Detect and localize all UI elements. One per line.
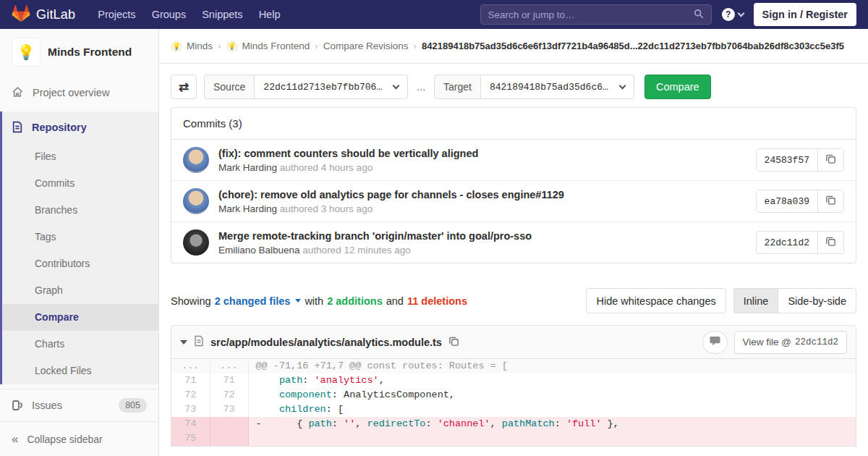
compare-button[interactable]: Compare: [644, 75, 711, 99]
commit-title-link[interactable]: (chore): remove old analytics page for c…: [218, 189, 564, 200]
sidebar-item-compare[interactable]: Compare: [2, 304, 158, 331]
nav-groups[interactable]: Groups: [144, 9, 195, 20]
commit-row: (fix): comment counters should be vertic…: [171, 140, 856, 181]
help-dropdown[interactable]: ?: [722, 8, 744, 21]
toggle-comments-button[interactable]: [702, 331, 728, 354]
old-line-number[interactable]: 75: [171, 431, 210, 446]
new-line-number[interactable]: [210, 417, 248, 431]
nav-help[interactable]: Help: [251, 9, 289, 20]
commit-authored-time: authored 12 minutes ago: [302, 245, 410, 256]
diff-file-path[interactable]: src/app/modules/analytics/analytics.modu…: [210, 337, 442, 348]
diff-summary-row: Showing 2 changed files with 2 additions…: [171, 288, 856, 313]
commit-sha[interactable]: 22dc11d2: [757, 232, 818, 253]
breadcrumb-group-label: Minds: [187, 41, 213, 51]
sidebar-item-charts[interactable]: Charts: [2, 331, 158, 358]
new-line-number[interactable]: 72: [210, 388, 248, 402]
breadcrumb-page[interactable]: Compare Revisions: [323, 41, 409, 51]
commit-hash-group: 24583f57: [756, 148, 844, 172]
sidebar-item-contributors[interactable]: Contributors: [2, 250, 158, 277]
swap-revisions-button[interactable]: ⇄: [171, 75, 197, 99]
diff-line-code: component: AnalyticsComponent,: [248, 388, 856, 402]
old-line-number[interactable]: 74: [171, 417, 210, 431]
target-ref-dropdown[interactable]: 842189418b75ad35d6c6…: [481, 75, 634, 99]
diff-line-code: children: [: [248, 402, 856, 417]
commit-title-link[interactable]: (fix): comment counters should be vertic…: [218, 148, 478, 159]
diff-line: 75: [171, 431, 856, 446]
signin-register-button[interactable]: Sign in / Register: [754, 3, 856, 26]
commit-author-link[interactable]: Emiliano Balbuena: [218, 245, 300, 256]
with-label: with: [305, 295, 323, 307]
caret-down-icon: [295, 299, 301, 303]
new-line-number[interactable]: 73: [210, 402, 248, 417]
navbar-right: ? Sign in / Register: [480, 3, 856, 26]
collapse-icon: «: [12, 432, 18, 447]
new-line-number[interactable]: 71: [210, 373, 248, 388]
hide-whitespace-button[interactable]: Hide whitespace changes: [586, 288, 726, 313]
diff-line-code: - { path: '', redirectTo: 'channel', pat…: [248, 417, 856, 431]
target-group: Target 842189418b75ad35d6c6…: [434, 75, 634, 99]
collapse-label: Collapse sidebar: [27, 434, 102, 445]
copy-path-icon[interactable]: [448, 336, 459, 349]
old-line-number[interactable]: 71: [171, 373, 210, 388]
document-icon: [12, 121, 23, 133]
breadcrumb-project[interactable]: 💡 Minds Frontend: [226, 41, 310, 52]
copy-sha-button[interactable]: [818, 232, 843, 253]
main-area: 💡 Minds › 💡 Minds Frontend › Compare Rev…: [159, 29, 868, 456]
nav-projects[interactable]: Projects: [90, 9, 143, 20]
source-ref-value: 22dc11d2713eb7fbb706…: [263, 82, 382, 93]
project-header[interactable]: 💡 Minds Frontend: [0, 29, 158, 77]
copy-sha-button[interactable]: [818, 190, 843, 212]
repository-section: Repository Files Commits Branches Tags C…: [0, 111, 158, 384]
new-line-number[interactable]: ...: [210, 359, 248, 373]
avatar: [183, 147, 209, 173]
view-file-button[interactable]: View file @ 22dc11d2: [734, 331, 848, 354]
source-ref-dropdown[interactable]: 22dc11d2713eb7fbb706…: [255, 75, 408, 99]
sidebar-item-project-overview[interactable]: Project overview: [0, 77, 158, 109]
source-label: Source: [204, 75, 255, 99]
nav-snippets[interactable]: Snippets: [194, 9, 250, 20]
diff-line-code: path: 'analytics',: [248, 373, 856, 388]
sidebar-item-tags[interactable]: Tags: [2, 224, 158, 250]
diff-line-code: [248, 431, 856, 446]
sidebar-item-repository[interactable]: Repository: [2, 111, 158, 143]
old-line-number[interactable]: 73: [171, 402, 210, 417]
diff-line: 74- { path: '', redirectTo: 'channel', p…: [171, 417, 856, 431]
commit-sha[interactable]: ea78a039: [757, 190, 818, 212]
target-ref-value: 842189418b75ad35d6c6…: [490, 82, 608, 93]
project-avatar-small: 💡: [226, 41, 238, 52]
commit-authored-time: authored 4 hours ago: [280, 162, 373, 173]
side-by-side-view-button[interactable]: Side-by-side: [778, 288, 856, 313]
showing-label: Showing: [171, 295, 211, 307]
issues-icon: [12, 400, 23, 411]
changed-files-dropdown[interactable]: 2 changed files: [215, 295, 291, 307]
inline-view-button[interactable]: Inline: [733, 288, 778, 313]
copy-sha-button[interactable]: [818, 149, 843, 171]
commit-author-link[interactable]: Mark Harding: [218, 162, 277, 173]
sidebar-item-locked-files[interactable]: Locked Files: [2, 358, 158, 384]
collapse-diff-icon[interactable]: [180, 340, 187, 345]
collapse-sidebar-button[interactable]: « Collapse sidebar: [0, 421, 158, 456]
target-label: Target: [434, 75, 481, 99]
breadcrumb-separator: ›: [414, 41, 417, 51]
search-input[interactable]: [488, 9, 694, 20]
sidebar-item-files[interactable]: Files: [2, 143, 158, 170]
sidebar-item-graph[interactable]: Graph: [2, 277, 158, 304]
sidebar-item-branches[interactable]: Branches: [2, 197, 158, 224]
gitlab-logo[interactable]: GitLab: [12, 4, 75, 25]
project-title: Minds Frontend: [48, 46, 132, 59]
sidebar-item-issues[interactable]: Issues 805: [0, 389, 158, 422]
commit-title-link[interactable]: Merge remote-tracking branch 'origin/mas…: [218, 230, 532, 242]
commits-panel: Commits (3) (fix): comment counters shou…: [171, 107, 856, 263]
home-icon: [12, 86, 24, 98]
commit-sha[interactable]: 24583f57: [757, 149, 818, 171]
search-box[interactable]: [480, 4, 712, 25]
copy-icon: [825, 195, 836, 208]
old-line-number[interactable]: 72: [171, 388, 210, 402]
commit-author-link[interactable]: Mark Harding: [218, 203, 277, 214]
new-line-number[interactable]: [210, 431, 248, 446]
breadcrumb-project-label: Minds Frontend: [242, 41, 310, 51]
copy-icon: [825, 236, 836, 249]
old-line-number[interactable]: ...: [171, 359, 210, 373]
sidebar-item-commits[interactable]: Commits: [2, 170, 158, 197]
breadcrumb-group[interactable]: 💡 Minds: [171, 41, 213, 52]
